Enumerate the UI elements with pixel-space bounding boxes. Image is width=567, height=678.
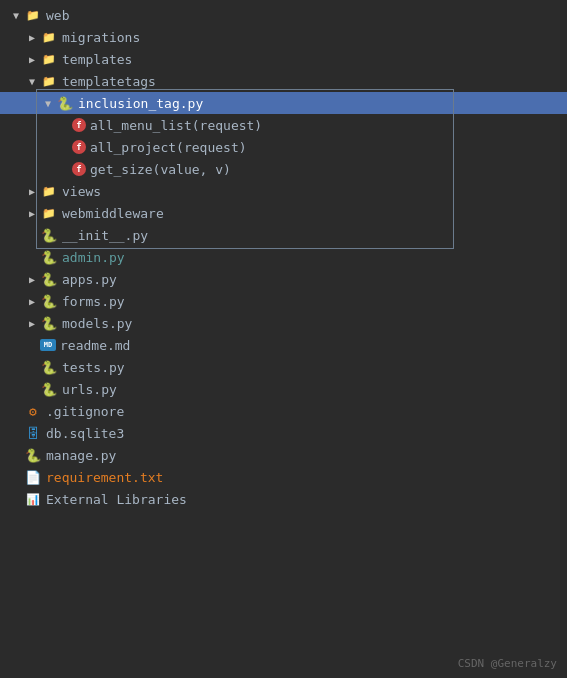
arrow-web bbox=[8, 10, 24, 21]
tree-item-ext-libs[interactable]: 📊 External Libraries bbox=[0, 488, 567, 510]
func-icon-all-project: f bbox=[72, 140, 86, 154]
arrow-templates bbox=[24, 54, 40, 65]
tree-item-db[interactable]: 🗄 db.sqlite3 bbox=[0, 422, 567, 444]
tree-item-requirement[interactable]: 📄 requirement.txt bbox=[0, 466, 567, 488]
folder-icon-migrations: 📁 bbox=[40, 29, 58, 45]
tree-item-templatetags[interactable]: 📁 templatetags bbox=[0, 70, 567, 92]
label-apps: apps.py bbox=[62, 272, 567, 287]
py-icon-admin: 🐍 bbox=[40, 249, 58, 265]
py-icon-tests: 🐍 bbox=[40, 359, 58, 375]
tree-item-gitignore[interactable]: ⚙ .gitignore bbox=[0, 400, 567, 422]
arrow-apps bbox=[24, 274, 40, 285]
arrow-inclusion-tag bbox=[40, 98, 56, 109]
folder-icon-views: 📁 bbox=[40, 183, 58, 199]
tree-item-manage[interactable]: 🐍 manage.py bbox=[0, 444, 567, 466]
arrow-webmiddleware bbox=[24, 208, 40, 219]
py-icon-forms: 🐍 bbox=[40, 293, 58, 309]
md-icon-readme: MD bbox=[40, 339, 56, 351]
arrow-migrations bbox=[24, 32, 40, 43]
git-icon-gitignore: ⚙ bbox=[24, 403, 42, 419]
txt-icon-requirement: 📄 bbox=[24, 469, 42, 485]
tree-item-all-menu-list[interactable]: f all_menu_list(request) bbox=[0, 114, 567, 136]
tree-item-init[interactable]: 🐍 __init__.py bbox=[0, 224, 567, 246]
ext-icon: 📊 bbox=[24, 491, 42, 507]
py-icon-apps: 🐍 bbox=[40, 271, 58, 287]
folder-icon-webmiddleware: 📁 bbox=[40, 205, 58, 221]
py-icon-inclusion-tag: 🐍 bbox=[56, 95, 74, 111]
label-migrations: migrations bbox=[62, 30, 567, 45]
label-models: models.py bbox=[62, 316, 567, 331]
label-web: web bbox=[46, 8, 567, 23]
label-readme: readme.md bbox=[60, 338, 567, 353]
label-forms: forms.py bbox=[62, 294, 567, 309]
arrow-models bbox=[24, 318, 40, 329]
tree-item-tests[interactable]: 🐍 tests.py bbox=[0, 356, 567, 378]
label-all-menu-list: all_menu_list(request) bbox=[90, 118, 567, 133]
watermark: CSDN @Generalzy bbox=[458, 657, 557, 670]
folder-icon-templatetags: 📁 bbox=[40, 73, 58, 89]
label-ext-libs: External Libraries bbox=[46, 492, 567, 507]
label-requirement: requirement.txt bbox=[46, 470, 567, 485]
label-templatetags: templatetags bbox=[62, 74, 567, 89]
tree-item-admin[interactable]: 🐍 admin.py bbox=[0, 246, 567, 268]
tree-item-apps[interactable]: 🐍 apps.py bbox=[0, 268, 567, 290]
tree-item-readme[interactable]: MD readme.md bbox=[0, 334, 567, 356]
py-icon-init: 🐍 bbox=[40, 227, 58, 243]
py-icon-manage: 🐍 bbox=[24, 447, 42, 463]
tree-item-all-project[interactable]: f all_project(request) bbox=[0, 136, 567, 158]
label-templates: templates bbox=[62, 52, 567, 67]
label-manage: manage.py bbox=[46, 448, 567, 463]
tree-item-webmiddleware[interactable]: 📁 webmiddleware bbox=[0, 202, 567, 224]
label-db: db.sqlite3 bbox=[46, 426, 567, 441]
py-icon-models: 🐍 bbox=[40, 315, 58, 331]
label-all-project: all_project(request) bbox=[90, 140, 567, 155]
func-icon-all-menu-list: f bbox=[72, 118, 86, 132]
file-tree: 📁 web 📁 migrations 📁 templates 📁 templat… bbox=[0, 0, 567, 514]
label-webmiddleware: webmiddleware bbox=[62, 206, 567, 221]
py-icon-urls: 🐍 bbox=[40, 381, 58, 397]
tree-item-web[interactable]: 📁 web bbox=[0, 4, 567, 26]
func-icon-get-size: f bbox=[72, 162, 86, 176]
label-inclusion-tag: inclusion_tag.py bbox=[78, 96, 567, 111]
label-views: views bbox=[62, 184, 567, 199]
tree-item-get-size[interactable]: f get_size(value, v) bbox=[0, 158, 567, 180]
tree-item-migrations[interactable]: 📁 migrations bbox=[0, 26, 567, 48]
folder-icon-templates: 📁 bbox=[40, 51, 58, 67]
label-tests: tests.py bbox=[62, 360, 567, 375]
folder-icon-web: 📁 bbox=[24, 7, 42, 23]
tree-item-urls[interactable]: 🐍 urls.py bbox=[0, 378, 567, 400]
tree-item-views[interactable]: 📁 views bbox=[0, 180, 567, 202]
label-gitignore: .gitignore bbox=[46, 404, 567, 419]
arrow-forms bbox=[24, 296, 40, 307]
label-get-size: get_size(value, v) bbox=[90, 162, 567, 177]
arrow-templatetags bbox=[24, 76, 40, 87]
tree-item-templates[interactable]: 📁 templates bbox=[0, 48, 567, 70]
tree-item-models[interactable]: 🐍 models.py bbox=[0, 312, 567, 334]
tree-item-inclusion-tag[interactable]: 🐍 inclusion_tag.py bbox=[0, 92, 567, 114]
db-icon: 🗄 bbox=[24, 425, 42, 441]
label-init: __init__.py bbox=[62, 228, 567, 243]
tree-item-forms[interactable]: 🐍 forms.py bbox=[0, 290, 567, 312]
label-urls: urls.py bbox=[62, 382, 567, 397]
arrow-views bbox=[24, 186, 40, 197]
label-admin: admin.py bbox=[62, 250, 567, 265]
